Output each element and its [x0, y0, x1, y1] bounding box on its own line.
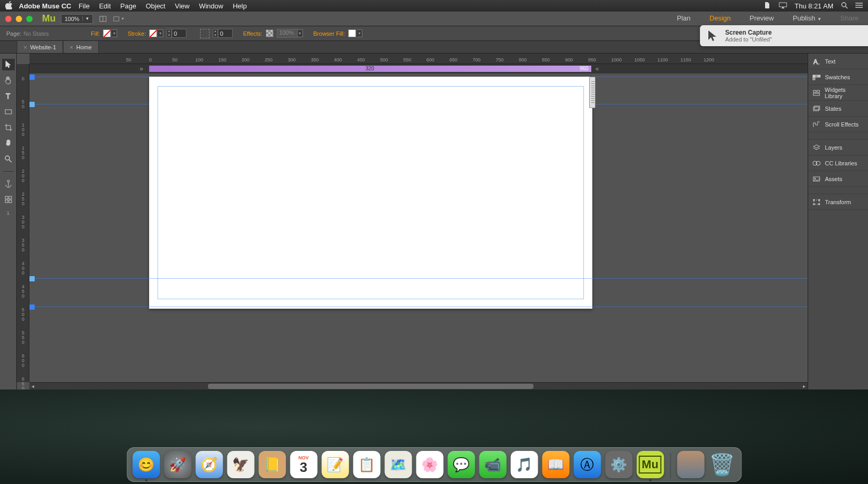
close-button[interactable] — [5, 16, 12, 22]
dock-launchpad[interactable]: 🚀 — [164, 451, 191, 478]
menu-object[interactable]: Object — [145, 2, 165, 10]
tool-hand[interactable] — [2, 75, 15, 86]
page-states-value[interactable]: No States — [24, 30, 49, 37]
opacity-dropdown[interactable]: ▼ — [298, 29, 303, 37]
app-name[interactable]: Adobe Muse CC — [19, 2, 71, 10]
panel-states[interactable]: States — [808, 101, 868, 117]
dock-calendar[interactable]: NOV3 — [290, 451, 317, 478]
dock-reminders[interactable]: 📋 — [353, 451, 380, 478]
guide-marker[interactable] — [29, 276, 35, 281]
dock-itunes[interactable]: 🎵 — [510, 451, 538, 478]
dock-ibooks[interactable]: 📖 — [542, 451, 569, 478]
tool-crop[interactable] — [2, 122, 15, 133]
zoom-selector[interactable]: 100% ▼ — [61, 14, 93, 24]
effects-swatch[interactable] — [266, 29, 274, 37]
dock-finder[interactable]: 😊 — [132, 451, 160, 478]
dock-facetime[interactable]: 📹 — [479, 451, 506, 478]
chevron-left-icon[interactable]: « — [595, 65, 599, 72]
tool-pointer[interactable] — [2, 59, 15, 70]
evernote-icon[interactable] — [764, 2, 771, 10]
panel-text[interactable]: AText — [808, 54, 868, 69]
dock-muse[interactable]: Mu — [636, 451, 664, 478]
dock-safari[interactable]: 🧭 — [195, 451, 223, 478]
spotlight-icon[interactable] — [841, 2, 848, 10]
arrange-button-2[interactable]: ▼ — [113, 14, 124, 24]
panel-layers[interactable]: Layers — [808, 140, 868, 155]
mode-share[interactable]: Share — [831, 11, 868, 27]
corner-radius-spinner[interactable]: ▲▼ — [213, 29, 218, 38]
canvas[interactable] — [29, 73, 808, 382]
tool-pan[interactable] — [2, 138, 15, 149]
tab-home[interactable]: × Home — [63, 41, 99, 53]
ruler-vertical[interactable]: 050100150200250300350400450500550600650 — [17, 64, 29, 382]
tool-align[interactable] — [2, 194, 15, 205]
ruler-horizontal[interactable]: 5005010015020025030035040045050055060065… — [29, 54, 808, 64]
panel-transform[interactable]: Transform — [808, 194, 868, 210]
dock-mail[interactable]: 🦅 — [227, 451, 254, 478]
corner-icon[interactable] — [200, 29, 210, 38]
dock-notes[interactable]: 📝 — [321, 451, 349, 478]
stroke-width-spinner[interactable]: ▲▼ — [166, 29, 172, 38]
stroke-width-input[interactable] — [172, 29, 186, 38]
menu-help[interactable]: Help — [233, 2, 247, 10]
dock-trash[interactable]: 🗑️ — [708, 451, 736, 478]
page-artboard[interactable] — [149, 77, 592, 309]
dock-messages[interactable]: 💬 — [447, 451, 475, 478]
browser-fill-dropdown[interactable]: ▼ — [357, 29, 362, 37]
minimize-button[interactable] — [16, 16, 22, 22]
dock-photos[interactable]: 🌸 — [416, 451, 443, 478]
menu-view[interactable]: View — [175, 2, 190, 10]
tool-text[interactable]: T — [2, 90, 15, 102]
notification-toast[interactable]: Screen Capture Added to "Unfiled" — [700, 25, 868, 46]
tab-website-1[interactable]: × Website-1 — [17, 41, 63, 53]
panel-scroll-effects[interactable]: Scroll Effects — [808, 117, 868, 132]
dock-maps[interactable]: 🗺️ — [384, 451, 412, 478]
arrange-button-1[interactable] — [97, 14, 109, 24]
dock-appstore[interactable]: Ⓐ — [573, 451, 601, 478]
breakpoint-bar[interactable]: » 320 960 « — [29, 64, 808, 73]
scroll-left-icon[interactable]: ◂ — [32, 383, 34, 389]
guide-marker[interactable] — [29, 102, 35, 107]
panel-assets[interactable]: Assets — [808, 171, 868, 187]
dock-preferences[interactable]: ⚙️ — [605, 451, 632, 478]
close-icon[interactable]: × — [24, 44, 27, 50]
tool-rectangle[interactable] — [2, 106, 15, 118]
browser-fill-swatch[interactable] — [348, 29, 356, 37]
mode-plan[interactable]: Plan — [667, 11, 700, 27]
scrollbar-horizontal[interactable]: ◂ ▸ — [29, 382, 808, 390]
fill-swatch[interactable] — [103, 29, 111, 37]
maximize-button[interactable] — [26, 16, 33, 22]
scroll-right-icon[interactable]: ▸ — [803, 383, 806, 389]
stroke-dropdown[interactable]: ▼ — [158, 29, 163, 37]
menubar-clock[interactable]: Thu 8:21 AM — [794, 2, 833, 10]
close-icon[interactable]: × — [70, 44, 73, 50]
chevron-right-icon[interactable]: » — [140, 65, 143, 72]
fill-dropdown[interactable]: ▼ — [112, 29, 117, 37]
notification-center-icon[interactable] — [855, 2, 863, 10]
menu-file[interactable]: File — [79, 2, 90, 10]
mode-design[interactable]: Design — [700, 11, 740, 27]
menu-window[interactable]: Window — [199, 2, 223, 10]
mode-preview[interactable]: Preview — [740, 11, 783, 27]
guide-footer[interactable] — [29, 278, 808, 279]
page-height-grip[interactable] — [589, 77, 595, 108]
scroll-thumb[interactable] — [208, 384, 534, 389]
corner-radius-input[interactable] — [218, 29, 233, 38]
airplay-icon[interactable] — [779, 2, 787, 10]
panel-cc-libraries[interactable]: CC Libraries — [808, 155, 868, 171]
menu-edit[interactable]: Edit — [99, 2, 111, 10]
panel-widgets-library[interactable]: Widgets Library — [808, 85, 868, 101]
tool-zoom[interactable] — [2, 153, 15, 165]
opacity-input[interactable]: 100% — [277, 29, 298, 38]
dock-desktop-pic[interactable] — [677, 451, 704, 478]
menu-page[interactable]: Page — [120, 2, 136, 10]
guide-marker[interactable] — [29, 75, 35, 80]
panel-swatches[interactable]: Swatches — [808, 69, 868, 85]
tool-anchor[interactable] — [2, 178, 15, 190]
guide-marker[interactable] — [29, 304, 35, 310]
apple-icon[interactable] — [5, 1, 13, 11]
dock-contacts[interactable]: 📒 — [258, 451, 286, 478]
guide-bottom[interactable] — [29, 307, 808, 307]
mode-publish[interactable]: Publish▼ — [783, 11, 831, 27]
stroke-swatch[interactable] — [149, 29, 157, 37]
